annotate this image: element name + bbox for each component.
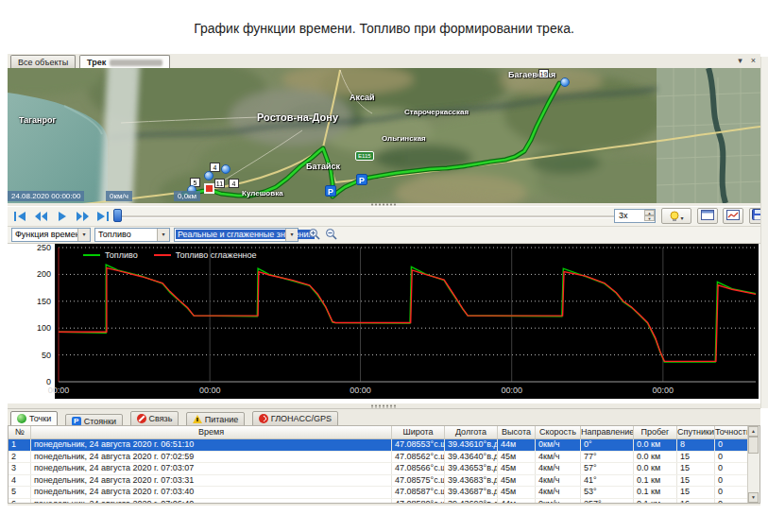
scroll-down-icon[interactable]: ▼ bbox=[748, 492, 759, 503]
panel-layout-button[interactable] bbox=[697, 208, 718, 224]
waypoint-balloon-marker[interactable] bbox=[221, 164, 230, 174]
svg-text:100: 100 bbox=[37, 323, 51, 333]
tab-track-name-redacted bbox=[110, 60, 162, 66]
power-warning-icon bbox=[193, 415, 202, 423]
tab-connection-label: Связь bbox=[149, 414, 173, 423]
parameter-select[interactable]: Топливо ▾ bbox=[94, 228, 170, 242]
fuel-chart-panel[interactable]: 05010015020025000:0000:0000:0000:0000:00… bbox=[8, 244, 760, 403]
zoom-in-button[interactable] bbox=[306, 228, 321, 242]
table-cell: 44м bbox=[498, 439, 536, 451]
numbered-flag-marker[interactable]: 4 bbox=[210, 163, 220, 172]
tab-points[interactable]: Точки bbox=[10, 411, 58, 426]
spin-down-icon[interactable]: ▼ bbox=[644, 215, 655, 221]
function-toolbar: Функция времени ▾ Топливо ▾ Реальные и с… bbox=[8, 227, 760, 244]
zoom-out-icon bbox=[325, 228, 337, 240]
waypoint-balloon-marker[interactable] bbox=[560, 77, 570, 87]
table-cell: 257° bbox=[581, 499, 634, 505]
table-cell: 6 bbox=[9, 499, 31, 505]
table-cell: 47.08553°с.ш. bbox=[392, 439, 445, 451]
table-cell: понедельник, 24 августа 2020 г. 07:03:07 bbox=[31, 463, 392, 474]
col-header-direction[interactable]: Направление bbox=[581, 426, 634, 438]
playback-speed-stepper[interactable]: 3x ▲ ▼ bbox=[614, 209, 656, 223]
scrollbar-thumb[interactable] bbox=[748, 437, 759, 454]
table-cell: 77° bbox=[581, 452, 634, 463]
table-row[interactable]: 6понедельник, 24 августа 2020 г. 07:06:4… bbox=[9, 499, 759, 505]
fast-forward-button[interactable] bbox=[74, 209, 91, 223]
play-icon bbox=[56, 212, 68, 221]
table-cell: 4км/ч bbox=[536, 463, 581, 474]
map-status-datetime: 24.08.2020 00:00:00 bbox=[8, 191, 84, 201]
parking-marker[interactable]: P bbox=[356, 174, 367, 185]
fuel-chart: 05010015020025000:0000:0000:0000:0000:00 bbox=[8, 244, 760, 403]
table-scrollbar[interactable]: ▲ ▼ bbox=[747, 426, 759, 503]
function-select[interactable]: Функция времени ▾ bbox=[11, 228, 91, 242]
table-cell: 45м bbox=[498, 487, 536, 498]
tracking-app-window: Все объекты Трек ▾ × bbox=[8, 54, 760, 506]
table-row[interactable]: 3понедельник, 24 августа 2020 г. 07:03:0… bbox=[9, 463, 759, 475]
mode-select[interactable]: Реальные и сглаженные значения ▾ bbox=[174, 228, 299, 242]
playback-slider-handle[interactable] bbox=[113, 209, 122, 222]
map-markers-layer: E115 ТаганрогРостов-на-ДонуАксайСтарочер… bbox=[8, 68, 760, 203]
skip-to-start-button[interactable] bbox=[11, 209, 28, 223]
tab-all-objects[interactable]: Все объекты bbox=[10, 55, 76, 68]
col-header-time[interactable]: Время bbox=[31, 426, 392, 438]
bulb-caret-icon: ▾ bbox=[680, 215, 683, 221]
play-button[interactable] bbox=[53, 209, 70, 223]
rewind-button[interactable] bbox=[32, 209, 49, 223]
rewind-icon bbox=[35, 212, 47, 221]
col-header-latitude[interactable]: Широта bbox=[392, 426, 445, 438]
tab-connection[interactable]: Связь bbox=[130, 411, 179, 426]
selected-point-marker[interactable] bbox=[204, 183, 214, 194]
zoom-in-icon bbox=[308, 228, 320, 240]
table-cell: 44м bbox=[498, 499, 536, 505]
waypoint-balloon-marker[interactable] bbox=[204, 171, 213, 180]
skip-to-end-button[interactable] bbox=[94, 209, 111, 223]
chart-panel-button[interactable] bbox=[723, 208, 743, 224]
col-header-number[interactable]: № bbox=[9, 426, 31, 438]
tab-points-label: Точки bbox=[29, 414, 51, 423]
col-header-speed[interactable]: Скорость bbox=[536, 426, 581, 438]
numbered-flag-marker[interactable]: 19 bbox=[538, 69, 549, 78]
numbered-flag-marker[interactable]: 11 bbox=[214, 179, 225, 188]
points-table: № Время Широта Долгота Высота Скорость Н… bbox=[8, 425, 760, 504]
highlight-track-button[interactable]: ▾ bbox=[661, 208, 691, 224]
col-header-accuracy[interactable]: Точность bbox=[715, 426, 748, 438]
table-cell: 57° bbox=[581, 463, 634, 474]
table-cell: 0° bbox=[581, 439, 634, 451]
table-cell: 39.43653°в.д. bbox=[445, 463, 498, 474]
table-cell: 0.1 км bbox=[634, 487, 677, 498]
playback-slider-track[interactable] bbox=[115, 215, 614, 218]
table-cell: 39.43610°в.д. bbox=[445, 439, 498, 451]
playback-speed-value: 3x bbox=[619, 211, 628, 220]
tab-track[interactable]: Трек bbox=[79, 55, 170, 69]
map-place-label: Батайск bbox=[306, 162, 340, 171]
table-row[interactable]: 1понедельник, 24 августа 2020 г. 06:51:1… bbox=[9, 439, 759, 452]
tab-close-icon[interactable]: × bbox=[748, 56, 759, 66]
table-cell: 0 bbox=[715, 499, 748, 505]
scroll-up-icon[interactable]: ▲ bbox=[748, 426, 759, 437]
col-header-longitude[interactable]: Долгота bbox=[445, 426, 498, 438]
tab-power-label: Питание bbox=[205, 415, 239, 424]
svg-text:00:00: 00:00 bbox=[653, 386, 674, 395]
table-cell: 41° bbox=[581, 475, 634, 487]
col-header-mileage[interactable]: Пробег bbox=[634, 426, 677, 438]
table-row[interactable]: 4понедельник, 24 августа 2020 г. 07:03:3… bbox=[9, 475, 759, 488]
table-cell: 0 bbox=[715, 439, 748, 451]
map-view[interactable]: E115 ТаганрогРостов-на-ДонуАксайСтарочер… bbox=[8, 68, 760, 203]
table-cell: 39.43687°в.д. bbox=[445, 487, 498, 498]
col-header-altitude[interactable]: Высота bbox=[498, 426, 536, 438]
table-row[interactable]: 5понедельник, 24 августа 2020 г. 07:03:4… bbox=[9, 487, 759, 499]
chart-legend: Топливо Топливо сглаженное bbox=[83, 250, 268, 260]
parameter-select-value: Топливо bbox=[98, 230, 131, 239]
table-row[interactable]: 2понедельник, 24 августа 2020 г. 07:02:5… bbox=[9, 452, 759, 464]
function-select-value: Функция времени bbox=[15, 230, 85, 239]
table-cell: 5 bbox=[9, 487, 31, 498]
col-header-satellites[interactable]: Спутники bbox=[677, 426, 715, 438]
parking-marker[interactable]: P bbox=[325, 185, 336, 197]
zoom-out-button[interactable] bbox=[323, 228, 338, 242]
tab-glonass-gps[interactable]: ГЛОНАСС/GPS bbox=[252, 411, 338, 426]
map-place-label: Ольгинская bbox=[382, 134, 426, 143]
numbered-flag-marker[interactable]: 4 bbox=[229, 179, 239, 188]
tab-menu-icon[interactable]: ▾ bbox=[735, 56, 745, 66]
table-cell: понедельник, 24 августа 2020 г. 07:03:40 bbox=[31, 487, 392, 498]
